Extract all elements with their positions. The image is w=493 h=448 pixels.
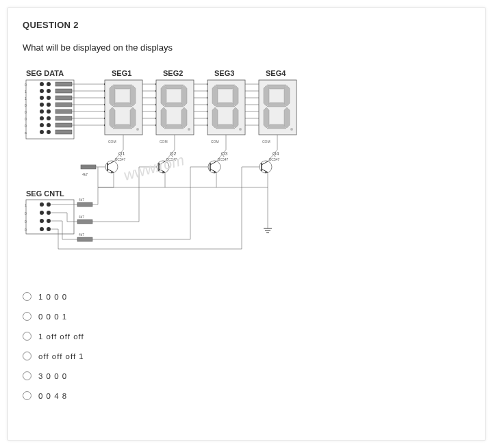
svg-marker-110 <box>264 107 269 128</box>
svg-rect-24 <box>55 130 72 134</box>
radio-icon <box>23 292 31 301</box>
option-5[interactable]: 3 0 0 0 <box>23 366 470 386</box>
svg-text:COM: COM <box>160 140 168 144</box>
svg-point-2 <box>47 82 51 86</box>
radio-icon <box>23 332 31 341</box>
svg-text:COM: COM <box>108 140 116 144</box>
svg-point-1 <box>40 82 44 86</box>
svg-marker-107 <box>284 85 290 106</box>
svg-point-173 <box>40 211 44 215</box>
svg-point-172 <box>47 202 51 207</box>
svg-rect-21 <box>55 123 72 127</box>
svg-point-19 <box>40 123 44 127</box>
svg-point-14 <box>47 109 51 114</box>
svg-point-16 <box>40 116 44 120</box>
svg-text:4k7: 4k7 <box>79 198 84 202</box>
radio-icon <box>23 312 31 321</box>
svg-marker-73 <box>113 124 132 129</box>
svg-marker-74 <box>110 107 115 128</box>
svg-marker-100 <box>216 103 235 107</box>
svg-text:a: a <box>25 131 27 135</box>
svg-text:SEG1: SEG1 <box>112 69 131 77</box>
svg-marker-71 <box>130 85 136 106</box>
svg-point-113 <box>290 128 293 131</box>
svg-rect-15 <box>55 109 72 114</box>
question-title: QUESTION 2 <box>23 20 470 30</box>
seg-cntl-label: SEG CNTL <box>26 189 64 198</box>
svg-rect-12 <box>55 103 72 107</box>
option-2[interactable]: 0 0 0 1 <box>23 306 470 326</box>
svg-marker-108 <box>284 107 290 128</box>
svg-text:0: 0 <box>25 117 27 121</box>
svg-marker-75 <box>110 85 115 106</box>
svg-text:1: 1 <box>25 96 27 101</box>
circuit-diagram: SEG DATA 0 1 1 0 0 0 0 a <box>23 68 324 266</box>
svg-point-20 <box>47 123 51 127</box>
svg-point-77 <box>136 128 139 131</box>
svg-point-177 <box>40 227 44 231</box>
svg-marker-112 <box>267 103 286 107</box>
svg-line-157 <box>262 161 268 165</box>
svg-text:0: 0 <box>25 110 27 114</box>
svg-point-176 <box>47 219 51 223</box>
svg-point-8 <box>47 96 51 100</box>
radio-icon <box>23 352 31 360</box>
svg-point-10 <box>40 103 44 107</box>
seg-data-label: SEG DATA <box>26 69 64 77</box>
option-6[interactable]: 0 0 4 8 <box>23 386 470 406</box>
option-4[interactable]: off off off 1 <box>23 346 470 366</box>
option-label: 0 0 0 1 <box>38 313 67 321</box>
svg-text:0: 0 <box>25 220 27 224</box>
svg-marker-72 <box>130 107 136 128</box>
svg-line-120 <box>108 161 114 165</box>
svg-text:4k7: 4k7 <box>79 233 84 237</box>
option-1[interactable]: 1 0 0 0 <box>23 287 470 306</box>
svg-marker-95 <box>233 85 238 106</box>
svg-point-22 <box>40 130 44 134</box>
svg-point-7 <box>40 96 44 100</box>
svg-marker-106 <box>267 85 286 89</box>
svg-text:COM: COM <box>211 140 219 144</box>
svg-marker-98 <box>212 107 218 128</box>
svg-marker-86 <box>161 107 166 128</box>
svg-marker-83 <box>181 85 187 106</box>
option-3[interactable]: 1 off off off <box>23 326 470 346</box>
svg-point-178 <box>47 227 51 231</box>
seven-seg-displays: SEG1 COM SEG2 <box>105 69 296 150</box>
svg-rect-6 <box>55 89 72 93</box>
svg-marker-70 <box>113 85 132 89</box>
svg-marker-94 <box>216 85 235 89</box>
answer-options: 1 0 0 0 0 0 0 1 1 off off off off off of… <box>23 287 470 406</box>
svg-marker-109 <box>267 124 286 129</box>
svg-text:0: 0 <box>25 103 27 107</box>
radio-icon <box>23 371 31 380</box>
option-label: 3 0 0 0 <box>38 372 67 380</box>
seg-data-pins <box>40 82 72 134</box>
svg-rect-183 <box>77 202 92 207</box>
svg-text:1: 1 <box>25 90 27 94</box>
svg-rect-187 <box>77 237 92 241</box>
svg-text:4k7: 4k7 <box>82 172 88 176</box>
svg-marker-85 <box>164 124 184 129</box>
option-label: off off off 1 <box>38 352 84 360</box>
svg-point-5 <box>47 89 51 93</box>
svg-marker-76 <box>113 103 132 107</box>
svg-marker-111 <box>264 85 269 106</box>
svg-point-4 <box>40 89 44 93</box>
svg-point-171 <box>40 202 44 207</box>
svg-point-11 <box>47 103 51 107</box>
question-card: QUESTION 2 What will be displayed on the… <box>7 7 486 441</box>
svg-marker-96 <box>233 107 238 128</box>
svg-point-23 <box>47 130 51 134</box>
svg-marker-84 <box>181 107 187 128</box>
option-label: 1 off off off <box>38 332 84 341</box>
svg-point-17 <box>47 116 51 120</box>
svg-line-145 <box>210 161 216 165</box>
svg-point-175 <box>40 219 44 223</box>
option-label: 1 0 0 0 <box>38 293 67 301</box>
svg-text:0: 0 <box>25 228 27 232</box>
svg-marker-87 <box>161 85 166 106</box>
svg-text:SEG3: SEG3 <box>214 69 234 77</box>
svg-text:COM: COM <box>262 140 270 144</box>
svg-marker-82 <box>164 85 184 89</box>
